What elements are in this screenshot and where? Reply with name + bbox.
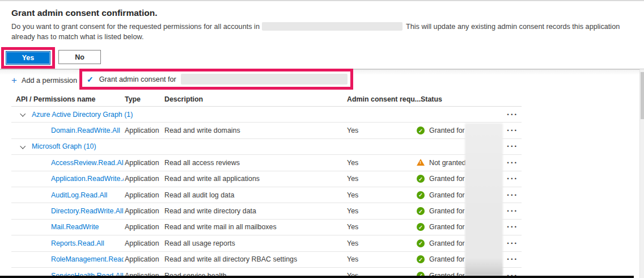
more-options-button[interactable]: ••• bbox=[506, 241, 519, 246]
permission-name-cell: Reports.Read.All bbox=[51, 235, 124, 251]
more-options-button[interactable]: ••• bbox=[506, 144, 519, 149]
permission-link[interactable]: AccessReview.Read.All bbox=[51, 159, 124, 167]
add-permission-button[interactable]: + Add a permission bbox=[11, 74, 77, 87]
status-cell: ✓Granted for bbox=[417, 220, 465, 235]
description-cell: Read and write all directory RBAC settin… bbox=[164, 252, 297, 267]
permission-name-cell: Mail.ReadWrite bbox=[51, 220, 124, 235]
status-text: Granted for bbox=[429, 239, 465, 247]
dialog-body-line2: already has to match what is listed belo… bbox=[11, 32, 639, 43]
row-actions-cell: ••• bbox=[501, 171, 523, 187]
status-text: Granted for bbox=[429, 255, 465, 263]
dialog-body: Do you want to grant consent for the req… bbox=[11, 22, 639, 42]
grant-admin-consent-button[interactable]: Grant admin consent for bbox=[99, 75, 176, 83]
status-cell: ✓Granted for bbox=[417, 203, 465, 218]
row-actions-cell: ••• bbox=[501, 155, 523, 170]
permission-name-cell: Directory.ReadWrite.All bbox=[51, 203, 124, 218]
granted-check-icon: ✓ bbox=[417, 223, 425, 231]
more-options-button[interactable]: ••• bbox=[506, 112, 519, 117]
type-cell: Application bbox=[125, 171, 159, 187]
column-header-api-permissions-name: API / Permissions name bbox=[16, 92, 95, 106]
more-options-button[interactable]: ••• bbox=[506, 256, 519, 262]
permission-name-cell: Application.ReadWrite.All bbox=[51, 171, 124, 187]
permission-row: Domain.ReadWrite.AllApplicationRead and … bbox=[11, 123, 522, 138]
status-cell: ✓Granted for bbox=[417, 123, 465, 138]
chevron-down-icon[interactable] bbox=[20, 144, 26, 149]
row-actions-cell: ••• bbox=[501, 235, 523, 251]
type-cell: Application bbox=[125, 220, 159, 235]
row-actions-cell: ••• bbox=[501, 123, 523, 138]
plus-icon: + bbox=[11, 75, 17, 86]
permission-row: Reports.Read.AllApplicationRead all usag… bbox=[11, 235, 522, 251]
checkmark-icon: ✓ bbox=[87, 75, 94, 84]
scrollbar-thumb[interactable] bbox=[641, 72, 644, 119]
more-options-button[interactable]: ••• bbox=[506, 176, 519, 182]
status-text: Granted for bbox=[429, 223, 465, 231]
permission-row: AuditLog.Read.AllApplicationRead all aud… bbox=[11, 187, 522, 203]
admin-consent-required-cell: Yes bbox=[347, 171, 358, 187]
group-row: Azure Active Directory Graph (1)••• bbox=[11, 107, 522, 123]
dialog-body-line1: Do you want to grant consent for the req… bbox=[11, 22, 639, 32]
warning-triangle-icon: ! bbox=[417, 159, 425, 166]
vertical-scrollbar[interactable] bbox=[639, 69, 644, 278]
status-text: Granted for bbox=[429, 175, 465, 183]
description-cell: Read and write all applications bbox=[164, 171, 260, 187]
more-options-button[interactable]: ••• bbox=[506, 208, 519, 214]
api-group-link[interactable]: Azure Active Directory Graph (1) bbox=[32, 111, 133, 119]
permission-link[interactable]: Domain.ReadWrite.All bbox=[51, 127, 120, 134]
dialog-title: Grant admin consent confirmation. bbox=[11, 8, 158, 18]
more-options-button[interactable]: ••• bbox=[506, 160, 519, 166]
type-cell: Application bbox=[125, 187, 159, 203]
status-cell: ✓Granted for bbox=[417, 171, 465, 187]
row-actions-cell: ••• bbox=[501, 107, 523, 122]
granted-check-icon: ✓ bbox=[417, 127, 425, 134]
grant-admin-consent-highlight-annotation: ✓ Grant admin consent for bbox=[79, 69, 353, 90]
status-text: Not granted bbox=[429, 159, 466, 167]
description-cell: Read all usage reports bbox=[164, 235, 235, 251]
no-button[interactable]: No bbox=[58, 50, 101, 64]
chevron-cell bbox=[20, 107, 24, 122]
add-permission-label: Add a permission bbox=[22, 77, 77, 85]
admin-consent-required-cell: Yes bbox=[347, 220, 358, 235]
api-group-link[interactable]: Microsoft Graph (10) bbox=[32, 142, 96, 150]
status-cell: ✓Granted for bbox=[417, 235, 465, 251]
status-text: Granted for bbox=[429, 127, 465, 134]
permission-row: AccessReview.Read.AllApplicationRead all… bbox=[11, 155, 522, 171]
description-cell: Read all access reviews bbox=[164, 155, 240, 170]
permission-link[interactable]: Application.ReadWrite.All bbox=[51, 175, 124, 183]
more-options-button[interactable]: ••• bbox=[506, 224, 519, 230]
redacted-tenant-name bbox=[262, 22, 402, 31]
permission-name-cell: Domain.ReadWrite.All bbox=[51, 123, 124, 138]
column-header-description: Description bbox=[164, 92, 203, 106]
permission-link[interactable]: Mail.ReadWrite bbox=[51, 223, 99, 231]
more-options-button[interactable]: ••• bbox=[506, 192, 519, 198]
table-rows: Azure Active Directory Graph (1)•••Domai… bbox=[11, 107, 522, 278]
redacted-tenant-name bbox=[181, 74, 348, 85]
permission-link[interactable]: Directory.ReadWrite.All bbox=[51, 207, 124, 215]
admin-consent-required-cell: Yes bbox=[347, 123, 358, 138]
status-cell: !Not granted bbox=[417, 155, 466, 170]
window-top-border bbox=[0, 0, 644, 1]
yes-button[interactable]: Yes bbox=[6, 51, 50, 65]
row-actions-cell: ••• bbox=[501, 139, 523, 154]
granted-check-icon: ✓ bbox=[417, 191, 425, 199]
description-cell: Read and write domains bbox=[164, 123, 240, 138]
redacted-tenant-name-column bbox=[465, 123, 503, 276]
row-actions-cell: ••• bbox=[501, 220, 523, 235]
permission-link[interactable]: RoleManagement.ReadWrite.Dir bbox=[51, 255, 124, 263]
permission-link[interactable]: AuditLog.Read.All bbox=[51, 191, 107, 199]
description-cell: Read all audit log data bbox=[164, 187, 234, 203]
permission-link[interactable]: Reports.Read.All bbox=[51, 239, 104, 247]
type-cell: Application bbox=[125, 155, 159, 170]
group-row: Microsoft Graph (10)••• bbox=[11, 139, 522, 155]
dialog-text-before-redaction: Do you want to grant consent for the req… bbox=[11, 23, 260, 31]
permission-name-cell: AccessReview.Read.All bbox=[51, 155, 124, 170]
column-header-type: Type bbox=[125, 92, 141, 106]
status-text: Granted for bbox=[429, 207, 465, 215]
group-name-cell: Microsoft Graph (10) bbox=[32, 139, 96, 154]
chevron-down-icon[interactable] bbox=[20, 111, 26, 117]
permission-row: Mail.ReadWriteApplicationRead and write … bbox=[11, 220, 522, 235]
description-cell: Read and write mail in all mailboxes bbox=[164, 220, 277, 235]
permission-row: Directory.ReadWrite.AllApplicationRead a… bbox=[11, 203, 522, 219]
more-options-button[interactable]: ••• bbox=[506, 128, 519, 133]
chevron-cell bbox=[20, 139, 24, 154]
